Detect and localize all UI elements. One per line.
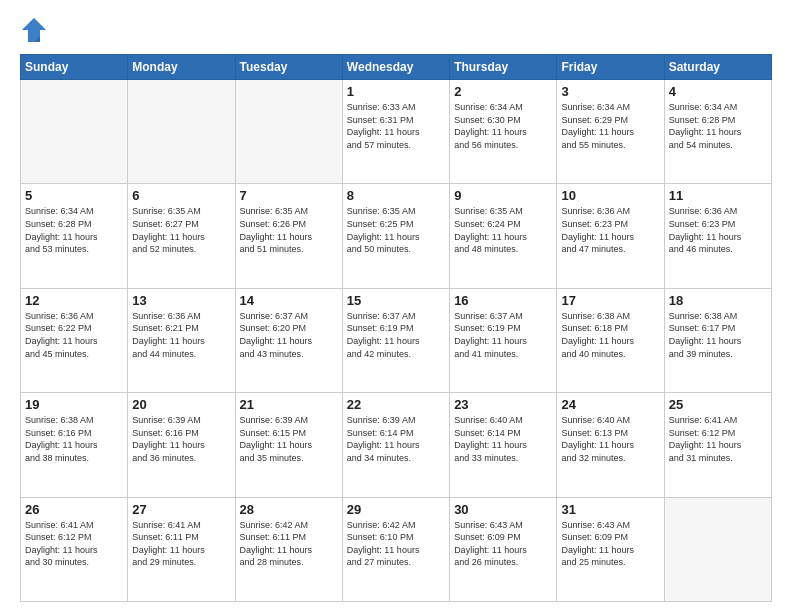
- day-info: Sunrise: 6:34 AM Sunset: 6:28 PM Dayligh…: [669, 101, 767, 151]
- day-info: Sunrise: 6:38 AM Sunset: 6:18 PM Dayligh…: [561, 310, 659, 360]
- day-info: Sunrise: 6:34 AM Sunset: 6:28 PM Dayligh…: [25, 205, 123, 255]
- day-info: Sunrise: 6:42 AM Sunset: 6:11 PM Dayligh…: [240, 519, 338, 569]
- calendar-cell: 3Sunrise: 6:34 AM Sunset: 6:29 PM Daylig…: [557, 80, 664, 184]
- weekday-header-monday: Monday: [128, 55, 235, 80]
- day-number: 28: [240, 502, 338, 517]
- day-info: Sunrise: 6:35 AM Sunset: 6:25 PM Dayligh…: [347, 205, 445, 255]
- day-number: 30: [454, 502, 552, 517]
- day-number: 23: [454, 397, 552, 412]
- day-number: 1: [347, 84, 445, 99]
- day-number: 2: [454, 84, 552, 99]
- weekday-header-friday: Friday: [557, 55, 664, 80]
- calendar-cell: 29Sunrise: 6:42 AM Sunset: 6:10 PM Dayli…: [342, 497, 449, 601]
- calendar-cell: 17Sunrise: 6:38 AM Sunset: 6:18 PM Dayli…: [557, 288, 664, 392]
- calendar-cell: 22Sunrise: 6:39 AM Sunset: 6:14 PM Dayli…: [342, 393, 449, 497]
- calendar-cell: 12Sunrise: 6:36 AM Sunset: 6:22 PM Dayli…: [21, 288, 128, 392]
- day-number: 16: [454, 293, 552, 308]
- day-number: 19: [25, 397, 123, 412]
- calendar-cell: 8Sunrise: 6:35 AM Sunset: 6:25 PM Daylig…: [342, 184, 449, 288]
- day-number: 21: [240, 397, 338, 412]
- day-info: Sunrise: 6:38 AM Sunset: 6:16 PM Dayligh…: [25, 414, 123, 464]
- day-info: Sunrise: 6:34 AM Sunset: 6:29 PM Dayligh…: [561, 101, 659, 151]
- calendar-cell: 21Sunrise: 6:39 AM Sunset: 6:15 PM Dayli…: [235, 393, 342, 497]
- day-number: 26: [25, 502, 123, 517]
- calendar-cell: 31Sunrise: 6:43 AM Sunset: 6:09 PM Dayli…: [557, 497, 664, 601]
- week-row-1: 1Sunrise: 6:33 AM Sunset: 6:31 PM Daylig…: [21, 80, 772, 184]
- calendar-cell: 4Sunrise: 6:34 AM Sunset: 6:28 PM Daylig…: [664, 80, 771, 184]
- calendar-cell: 15Sunrise: 6:37 AM Sunset: 6:19 PM Dayli…: [342, 288, 449, 392]
- calendar-cell: 27Sunrise: 6:41 AM Sunset: 6:11 PM Dayli…: [128, 497, 235, 601]
- day-number: 24: [561, 397, 659, 412]
- day-number: 9: [454, 188, 552, 203]
- day-info: Sunrise: 6:41 AM Sunset: 6:12 PM Dayligh…: [669, 414, 767, 464]
- svg-marker-1: [22, 18, 46, 42]
- day-info: Sunrise: 6:35 AM Sunset: 6:26 PM Dayligh…: [240, 205, 338, 255]
- week-row-4: 19Sunrise: 6:38 AM Sunset: 6:16 PM Dayli…: [21, 393, 772, 497]
- calendar-cell: 24Sunrise: 6:40 AM Sunset: 6:13 PM Dayli…: [557, 393, 664, 497]
- day-info: Sunrise: 6:43 AM Sunset: 6:09 PM Dayligh…: [454, 519, 552, 569]
- day-info: Sunrise: 6:39 AM Sunset: 6:14 PM Dayligh…: [347, 414, 445, 464]
- day-info: Sunrise: 6:36 AM Sunset: 6:23 PM Dayligh…: [561, 205, 659, 255]
- calendar-cell: 18Sunrise: 6:38 AM Sunset: 6:17 PM Dayli…: [664, 288, 771, 392]
- weekday-header-sunday: Sunday: [21, 55, 128, 80]
- day-info: Sunrise: 6:42 AM Sunset: 6:10 PM Dayligh…: [347, 519, 445, 569]
- day-number: 4: [669, 84, 767, 99]
- calendar-cell: 19Sunrise: 6:38 AM Sunset: 6:16 PM Dayli…: [21, 393, 128, 497]
- calendar-cell: 28Sunrise: 6:42 AM Sunset: 6:11 PM Dayli…: [235, 497, 342, 601]
- day-info: Sunrise: 6:35 AM Sunset: 6:24 PM Dayligh…: [454, 205, 552, 255]
- day-number: 25: [669, 397, 767, 412]
- calendar-cell: 25Sunrise: 6:41 AM Sunset: 6:12 PM Dayli…: [664, 393, 771, 497]
- day-info: Sunrise: 6:36 AM Sunset: 6:23 PM Dayligh…: [669, 205, 767, 255]
- day-number: 10: [561, 188, 659, 203]
- day-info: Sunrise: 6:43 AM Sunset: 6:09 PM Dayligh…: [561, 519, 659, 569]
- day-info: Sunrise: 6:36 AM Sunset: 6:21 PM Dayligh…: [132, 310, 230, 360]
- day-number: 3: [561, 84, 659, 99]
- calendar-cell: 6Sunrise: 6:35 AM Sunset: 6:27 PM Daylig…: [128, 184, 235, 288]
- day-info: Sunrise: 6:37 AM Sunset: 6:19 PM Dayligh…: [347, 310, 445, 360]
- day-number: 20: [132, 397, 230, 412]
- calendar-cell: 9Sunrise: 6:35 AM Sunset: 6:24 PM Daylig…: [450, 184, 557, 288]
- day-info: Sunrise: 6:40 AM Sunset: 6:13 PM Dayligh…: [561, 414, 659, 464]
- week-row-5: 26Sunrise: 6:41 AM Sunset: 6:12 PM Dayli…: [21, 497, 772, 601]
- page: SundayMondayTuesdayWednesdayThursdayFrid…: [0, 0, 792, 612]
- weekday-header-saturday: Saturday: [664, 55, 771, 80]
- day-info: Sunrise: 6:41 AM Sunset: 6:11 PM Dayligh…: [132, 519, 230, 569]
- day-info: Sunrise: 6:38 AM Sunset: 6:17 PM Dayligh…: [669, 310, 767, 360]
- calendar-cell: 10Sunrise: 6:36 AM Sunset: 6:23 PM Dayli…: [557, 184, 664, 288]
- day-number: 7: [240, 188, 338, 203]
- calendar-cell: [664, 497, 771, 601]
- calendar-table: SundayMondayTuesdayWednesdayThursdayFrid…: [20, 54, 772, 602]
- day-number: 12: [25, 293, 123, 308]
- calendar-cell: 30Sunrise: 6:43 AM Sunset: 6:09 PM Dayli…: [450, 497, 557, 601]
- weekday-header-thursday: Thursday: [450, 55, 557, 80]
- week-row-2: 5Sunrise: 6:34 AM Sunset: 6:28 PM Daylig…: [21, 184, 772, 288]
- calendar-cell: 14Sunrise: 6:37 AM Sunset: 6:20 PM Dayli…: [235, 288, 342, 392]
- day-info: Sunrise: 6:35 AM Sunset: 6:27 PM Dayligh…: [132, 205, 230, 255]
- calendar-cell: 20Sunrise: 6:39 AM Sunset: 6:16 PM Dayli…: [128, 393, 235, 497]
- weekday-header-row: SundayMondayTuesdayWednesdayThursdayFrid…: [21, 55, 772, 80]
- calendar-cell: [21, 80, 128, 184]
- day-info: Sunrise: 6:33 AM Sunset: 6:31 PM Dayligh…: [347, 101, 445, 151]
- weekday-header-tuesday: Tuesday: [235, 55, 342, 80]
- day-number: 17: [561, 293, 659, 308]
- day-info: Sunrise: 6:39 AM Sunset: 6:15 PM Dayligh…: [240, 414, 338, 464]
- calendar-cell: 23Sunrise: 6:40 AM Sunset: 6:14 PM Dayli…: [450, 393, 557, 497]
- day-info: Sunrise: 6:34 AM Sunset: 6:30 PM Dayligh…: [454, 101, 552, 151]
- header: [20, 16, 772, 44]
- day-info: Sunrise: 6:36 AM Sunset: 6:22 PM Dayligh…: [25, 310, 123, 360]
- day-number: 29: [347, 502, 445, 517]
- calendar-cell: 13Sunrise: 6:36 AM Sunset: 6:21 PM Dayli…: [128, 288, 235, 392]
- week-row-3: 12Sunrise: 6:36 AM Sunset: 6:22 PM Dayli…: [21, 288, 772, 392]
- calendar-cell: 1Sunrise: 6:33 AM Sunset: 6:31 PM Daylig…: [342, 80, 449, 184]
- day-info: Sunrise: 6:40 AM Sunset: 6:14 PM Dayligh…: [454, 414, 552, 464]
- day-number: 14: [240, 293, 338, 308]
- calendar-cell: 26Sunrise: 6:41 AM Sunset: 6:12 PM Dayli…: [21, 497, 128, 601]
- day-number: 13: [132, 293, 230, 308]
- day-number: 6: [132, 188, 230, 203]
- day-info: Sunrise: 6:41 AM Sunset: 6:12 PM Dayligh…: [25, 519, 123, 569]
- day-number: 8: [347, 188, 445, 203]
- calendar-cell: 16Sunrise: 6:37 AM Sunset: 6:19 PM Dayli…: [450, 288, 557, 392]
- calendar-cell: [128, 80, 235, 184]
- logo-icon: [20, 16, 48, 44]
- weekday-header-wednesday: Wednesday: [342, 55, 449, 80]
